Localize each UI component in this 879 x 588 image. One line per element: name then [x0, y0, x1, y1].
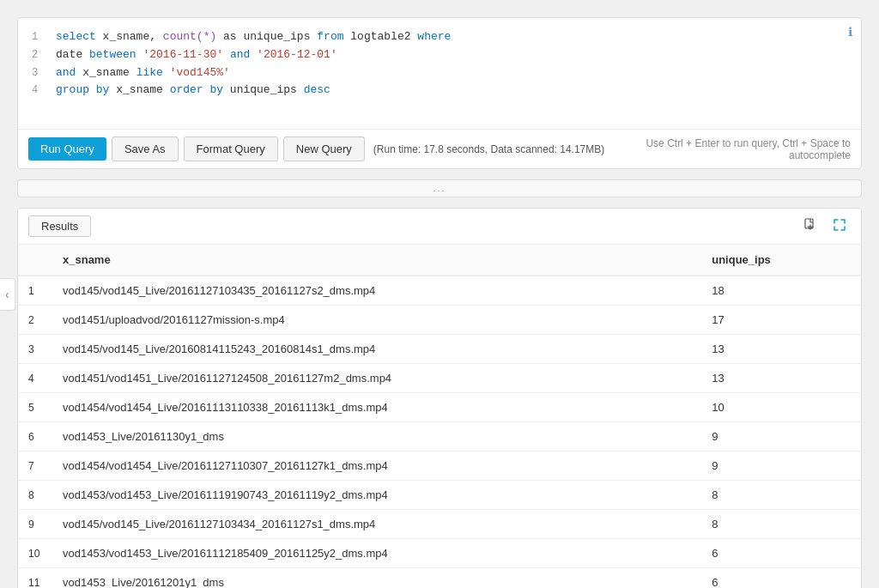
row-num: 1 [18, 276, 52, 306]
line-number: 2 [32, 46, 47, 64]
row-ips: 17 [701, 306, 861, 335]
code-line-1: 1 select x_sname, count(*) as unique_ips… [32, 28, 847, 46]
row-sname: vod1451/uploadvod/20161127mission-s.mp4 [52, 306, 701, 335]
download-icon[interactable] [799, 216, 821, 236]
row-num: 9 [18, 510, 52, 539]
row-sname: vod145/vod145_Live/20160814115243_201608… [52, 335, 701, 364]
line-number: 1 [32, 28, 47, 45]
row-sname: vod145/vod145_Live/20161127103435_201611… [52, 276, 701, 306]
table-row: 8 vod1453/vod1453_Live/20161119190743_20… [18, 481, 861, 510]
table-row: 10 vod1453/vod1453_Live/20161112185409_2… [18, 539, 861, 568]
row-num: 11 [18, 568, 52, 589]
col-header-sname: x_sname [52, 245, 701, 276]
panel-divider[interactable]: ... [17, 179, 862, 197]
results-tab[interactable]: Results [28, 215, 91, 237]
row-sname: vod1453_Live/20161201y1_dms [52, 568, 701, 589]
query-toolbar: Run Query Save As Format Query New Query… [18, 130, 861, 168]
row-num: 2 [18, 306, 52, 335]
code-text: group by x_sname order by unique_ips des… [56, 82, 847, 100]
results-panel: Results [17, 208, 862, 588]
row-num: 5 [18, 393, 52, 422]
col-header-ips: unique_ips [701, 245, 861, 276]
row-sname: vod1454/vod1454_Live/20161113110338_2016… [52, 393, 701, 422]
code-editor[interactable]: 1 select x_sname, count(*) as unique_ips… [18, 18, 861, 130]
table-row: 7 vod1454/vod1454_Live/20161127110307_20… [18, 452, 861, 481]
row-ips: 6 [701, 539, 861, 568]
row-num: 8 [18, 481, 52, 510]
run-query-button[interactable]: Run Query [28, 137, 106, 161]
run-info: (Run time: 17.8 seconds, Data scanned: 1… [373, 143, 604, 155]
results-table: x_sname unique_ips 1 vod145/vod145_Live/… [18, 245, 861, 588]
table-row: 3 vod145/vod145_Live/20160814115243_2016… [18, 335, 861, 364]
table-row: 5 vod1454/vod1454_Live/20161113110338_20… [18, 393, 861, 422]
table-row: 4 vod1451/vod1451_Live/20161127124508_20… [18, 364, 861, 393]
row-ips: 9 [701, 422, 861, 452]
results-header: Results [18, 209, 861, 245]
row-sname: vod145/vod145_Live/20161127103434_201611… [52, 510, 701, 539]
row-sname: vod1453/vod1453_Live/20161112185409_2016… [52, 539, 701, 568]
col-header-num [18, 245, 52, 276]
chevron-left-icon: ‹ [5, 288, 9, 301]
sidebar-toggle[interactable]: ‹ [0, 278, 15, 311]
keyboard-hint: Use Ctrl + Enter to run query, Ctrl + Sp… [609, 137, 851, 161]
line-number: 3 [32, 64, 47, 82]
table-row: 2 vod1451/uploadvod/20161127mission-s.mp… [18, 306, 861, 335]
query-panel: ℹ 1 select x_sname, count(*) as unique_i… [17, 17, 862, 169]
table-row: 1 vod145/vod145_Live/20161127103435_2016… [18, 276, 861, 306]
row-ips: 8 [701, 510, 861, 539]
code-line-2: 2 date between '2016-11-30' and '2016-12… [32, 46, 847, 64]
row-ips: 13 [701, 364, 861, 393]
row-sname: vod1453/vod1453_Live/20161119190743_2016… [52, 481, 701, 510]
row-sname: vod1454/vod1454_Live/20161127110307_2016… [52, 452, 701, 481]
row-num: 7 [18, 452, 52, 481]
row-num: 3 [18, 335, 52, 364]
row-sname: vod1451/vod1451_Live/20161127124508_2016… [52, 364, 701, 393]
row-ips: 6 [701, 568, 861, 589]
results-actions [799, 216, 851, 236]
row-ips: 18 [701, 276, 861, 306]
new-query-button[interactable]: New Query [283, 136, 365, 161]
code-text: select x_sname, count(*) as unique_ips f… [56, 28, 847, 46]
code-text: and x_sname like 'vod145%' [56, 64, 847, 82]
table-row: 9 vod145/vod145_Live/20161127103434_2016… [18, 510, 861, 539]
table-row: 11 vod1453_Live/20161201y1_dms 6 [18, 568, 861, 589]
code-line-4: 4 group by x_sname order by unique_ips d… [32, 82, 847, 100]
save-as-button[interactable]: Save As [112, 136, 179, 161]
table-row: 6 vod1453_Live/20161130y1_dms 9 [18, 422, 861, 452]
line-number: 4 [32, 82, 47, 99]
row-ips: 9 [701, 452, 861, 481]
code-text: date between '2016-11-30' and '2016-12-0… [56, 46, 847, 64]
code-line-3: 3 and x_sname like 'vod145%' [32, 64, 847, 82]
info-icon[interactable]: ℹ [848, 25, 852, 39]
row-num: 6 [18, 422, 52, 452]
row-ips: 10 [701, 393, 861, 422]
format-query-button[interactable]: Format Query [184, 136, 278, 161]
row-ips: 13 [701, 335, 861, 364]
row-num: 10 [18, 539, 52, 568]
row-ips: 8 [701, 481, 861, 510]
expand-icon[interactable] [828, 216, 851, 236]
row-num: 4 [18, 364, 52, 393]
row-sname: vod1453_Live/20161130y1_dms [52, 422, 701, 452]
